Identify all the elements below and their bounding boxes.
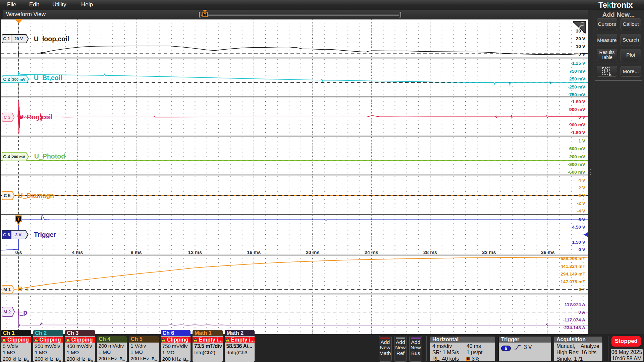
svg-text:U_Diamagn: U_Diamagn [18, 192, 54, 199]
svg-text:12 ms: 12 ms [188, 250, 202, 255]
svg-text:294.149 mT: 294.149 mT [560, 272, 585, 277]
svg-text:20 ms: 20 ms [306, 250, 319, 255]
svg-text:28 ms: 28 ms [423, 250, 437, 255]
svg-text:0 T: 0 T [579, 287, 585, 292]
svg-text:U_loop,coil: U_loop,coil [34, 35, 69, 43]
svg-text:-900 mV: -900 mV [568, 122, 586, 127]
svg-text:-250 mV: -250 mV [568, 84, 586, 89]
svg-text:C 3: C 3 [4, 115, 11, 120]
svg-text:-117.074 A: -117.074 A [563, 317, 586, 322]
svg-text:T: T [467, 357, 469, 361]
svg-text:147.075 mT: 147.075 mT [560, 279, 585, 284]
svg-text:-234.148 A: -234.148 A [563, 325, 585, 330]
svg-text:M 1: M 1 [3, 287, 11, 292]
svg-text:1.50 V: 1.50 V [572, 240, 585, 245]
svg-text:900 mV: 900 mV [569, 107, 586, 112]
svg-text:117.074 A: 117.074 A [565, 302, 585, 307]
svg-text:-750 mV: -750 mV [568, 92, 586, 97]
svg-text:3 V: 3 V [15, 233, 21, 237]
svg-text:B_t: B_t [18, 285, 29, 293]
svg-text:750 mV: 750 mV [569, 69, 586, 74]
svg-text:1 V: 1 V [578, 138, 585, 143]
svg-text:8 ms: 8 ms [131, 250, 142, 255]
svg-text:200 mV: 200 mV [569, 154, 586, 159]
svg-text:36 ms: 36 ms [541, 250, 555, 255]
svg-text:0 s: 0 s [15, 250, 22, 255]
svg-text:20 V: 20 V [14, 37, 23, 41]
svg-text:20 V: 20 V [576, 36, 586, 41]
svg-text:4.50 V: 4.50 V [572, 225, 585, 230]
svg-text:C 4: C 4 [3, 154, 10, 159]
svg-text:200 mV: 200 mV [12, 155, 25, 159]
svg-text:U_Photod: U_Photod [34, 153, 65, 160]
svg-text:0 A: 0 A [578, 310, 585, 315]
svg-text:0 V: 0 V [578, 247, 585, 252]
svg-text:10 V: 10 V [576, 44, 586, 49]
svg-text:C 5: C 5 [4, 193, 11, 198]
svg-text:588.298 mT: 588.298 mT [560, 256, 585, 261]
svg-text:U_Rog,coil: U_Rog,coil [18, 113, 53, 121]
svg-text:C 2: C 2 [3, 77, 10, 82]
svg-text:C 1: C 1 [3, 36, 10, 41]
svg-text:U_Bt,coil: U_Bt,coil [34, 74, 62, 81]
svg-text:0 V: 0 V [578, 115, 585, 120]
svg-text:0 V: 0 V [578, 52, 585, 57]
svg-text:16 ms: 16 ms [247, 250, 261, 255]
svg-text:2 V: 2 V [578, 185, 585, 190]
svg-text:C 6: C 6 [3, 232, 10, 237]
svg-text:-4 V: -4 V [577, 208, 586, 214]
svg-text:0 V: 0 V [578, 193, 585, 198]
svg-text:-200 mV: -200 mV [568, 162, 586, 167]
svg-text:T: T [204, 13, 206, 17]
svg-text:32 ms: 32 ms [482, 250, 496, 255]
svg-text:6 V: 6 V [578, 217, 585, 222]
svg-text:250 mV: 250 mV [569, 76, 586, 81]
svg-text:600 mV: 600 mV [569, 146, 586, 151]
svg-text:I_p: I_p [18, 309, 27, 316]
svg-text:24 ms: 24 ms [365, 250, 378, 255]
svg-text:-600 mV: -600 mV [568, 170, 586, 175]
svg-text:-1.80 V: -1.80 V [571, 130, 586, 135]
svg-text:Trigger: Trigger [34, 231, 56, 238]
svg-text:1.80 V: 1.80 V [572, 99, 585, 104]
svg-text:1.25 V: 1.25 V [572, 61, 585, 66]
svg-text:M 2: M 2 [3, 309, 11, 314]
svg-text:T: T [17, 217, 20, 222]
svg-text:-2 V: -2 V [577, 201, 586, 206]
svg-text:441.224 mT: 441.224 mT [560, 264, 585, 269]
svg-text:300 mV: 300 mV [12, 77, 25, 81]
svg-text:4 V: 4 V [578, 178, 585, 183]
svg-text:4 ms: 4 ms [72, 250, 83, 255]
